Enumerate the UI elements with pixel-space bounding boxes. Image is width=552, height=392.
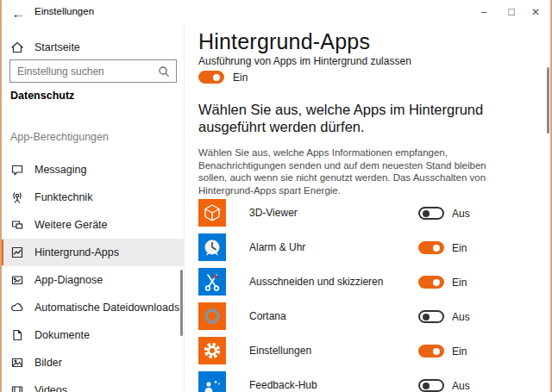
app-toggle-einstellungen[interactable] xyxy=(418,345,444,358)
sidebar-item-label: App-Diagnose xyxy=(34,274,103,286)
close-button[interactable]: ✕ xyxy=(521,0,550,24)
app-toggle-state: Aus xyxy=(452,208,470,220)
video-icon xyxy=(10,383,24,392)
sidebar-item-videos[interactable]: Videos xyxy=(2,376,184,392)
settings-window: ← Einstellungen – ☐ ✕ Startseite Datensc… xyxy=(0,0,552,392)
cortana-icon xyxy=(198,302,226,330)
sidebar-item-label: Videos xyxy=(34,384,67,392)
app-toggle-state: Ein xyxy=(452,242,467,254)
toggle-knob xyxy=(423,314,430,320)
sidebar-item-label: Automatische Dateidownloads xyxy=(34,302,179,314)
sidebar-item-label: Messaging xyxy=(34,164,86,176)
app-name: 3D-Viewer xyxy=(249,207,298,219)
app-name: Feedback-Hub xyxy=(249,379,317,391)
sidebar-item-weitere-ger-te[interactable]: Weitere Geräte xyxy=(2,211,184,239)
app-row: EinstellungenEin xyxy=(198,337,543,364)
search-box xyxy=(9,59,177,83)
toggle-knob xyxy=(433,279,440,286)
app-toggle-feedback-hub[interactable] xyxy=(418,379,444,392)
toggle-knob xyxy=(433,245,440,252)
titlebar: ← Einstellungen – ☐ ✕ xyxy=(0,0,552,26)
main-content: Hintergrund-Apps Ausführung von Apps im … xyxy=(185,26,550,392)
app-name: Ausschneiden und skizzieren xyxy=(249,276,383,288)
app-toggle-3d-viewer[interactable] xyxy=(418,207,444,220)
radio-icon xyxy=(10,190,24,204)
toggle-knob xyxy=(423,383,430,389)
app-row: Feedback-HubAus xyxy=(198,371,543,392)
app-name: Alarm & Uhr xyxy=(249,241,305,253)
cloud-icon xyxy=(10,301,24,314)
app-toggle-cortana[interactable] xyxy=(418,310,444,323)
sidebar-item-messaging[interactable]: Messaging xyxy=(2,156,184,184)
toggle-knob xyxy=(423,210,430,217)
app-row: Alarm & UhrEin xyxy=(198,233,543,261)
app-toggle-state: Ein xyxy=(452,277,467,289)
scissors-icon xyxy=(198,268,226,296)
sidebar-scrollbar[interactable] xyxy=(180,270,183,336)
app-toggle-ausschneiden-und-skizzieren[interactable] xyxy=(418,276,444,289)
sidebar-item-app-diagnose[interactable]: App-Diagnose xyxy=(2,266,184,294)
message-icon xyxy=(10,163,24,177)
sidebar-item-label: Funktechnik xyxy=(34,191,92,203)
diagnostics-icon xyxy=(10,273,24,287)
sidebar-item-label: Hintergrund-Apps xyxy=(34,246,119,258)
app-row: Ausschneiden und skizzierenEin xyxy=(198,268,543,296)
search-input[interactable] xyxy=(10,65,157,78)
clock-icon xyxy=(198,233,226,261)
section-description: Wählen Sie aus, welche Apps Informatione… xyxy=(198,146,500,196)
app-row: 3D-ViewerAus xyxy=(198,199,543,227)
page-title: Hintergrund-Apps xyxy=(198,29,370,54)
picture-icon xyxy=(10,356,24,370)
feedback-icon xyxy=(198,371,226,392)
sidebar-item-label: Dokumente xyxy=(34,329,90,341)
master-toggle-label: Ausführung von Apps im Hintergrund zulas… xyxy=(198,55,411,67)
window-title: Einstellungen xyxy=(34,6,94,16)
devices-icon xyxy=(10,218,24,232)
sidebar-item-dokumente[interactable]: Dokumente xyxy=(2,321,184,349)
sidebar-item-automatische-dateidownloads[interactable]: Automatische Dateidownloads xyxy=(2,294,184,321)
home-icon xyxy=(10,40,24,54)
background-apps-icon xyxy=(10,246,24,259)
app-toggle-state: Aus xyxy=(452,380,470,392)
app-row: CortanaAus xyxy=(198,302,543,330)
back-button[interactable]: ← xyxy=(9,3,28,22)
section-heading: Wählen Sie aus, welche Apps im Hintergru… xyxy=(198,102,492,135)
master-toggle-row: Ein xyxy=(198,71,248,84)
sidebar-group-title: App-Berechtigungen xyxy=(10,131,109,143)
background-apps-master-toggle[interactable] xyxy=(198,71,224,84)
window-edge-left xyxy=(0,0,2,392)
cube-icon xyxy=(198,199,226,227)
app-toggle-state: Ein xyxy=(452,345,467,358)
gear-icon xyxy=(198,337,226,364)
search-icon[interactable] xyxy=(157,65,171,78)
document-icon xyxy=(10,328,24,342)
sidebar-item-bilder[interactable]: Bilder xyxy=(2,349,184,376)
sidebar-item-label: Bilder xyxy=(34,357,62,369)
app-toggle-alarm-uhr[interactable] xyxy=(418,241,444,254)
master-toggle-state: Ein xyxy=(233,72,248,84)
sidebar-item-funktechnik[interactable]: Funktechnik xyxy=(2,184,184,211)
sidebar-section-title: Datenschutz xyxy=(10,90,74,102)
sidebar-item-home[interactable]: Startseite xyxy=(2,34,184,61)
sidebar: Startseite Datenschutz App-Berechtigunge… xyxy=(2,26,184,392)
main-scrollbar[interactable] xyxy=(547,67,549,134)
app-toggle-state: Aus xyxy=(452,311,470,323)
app-name: Einstellungen xyxy=(249,345,311,357)
sidebar-item-label: Weitere Geräte xyxy=(34,219,108,231)
toggle-knob xyxy=(213,74,220,81)
sidebar-item-hintergrund-apps[interactable]: Hintergrund-Apps xyxy=(2,239,184,266)
sidebar-item-label: Startseite xyxy=(34,41,80,53)
app-name: Cortana xyxy=(249,310,286,322)
minimize-button[interactable]: – xyxy=(469,0,499,24)
toggle-knob xyxy=(433,348,440,355)
